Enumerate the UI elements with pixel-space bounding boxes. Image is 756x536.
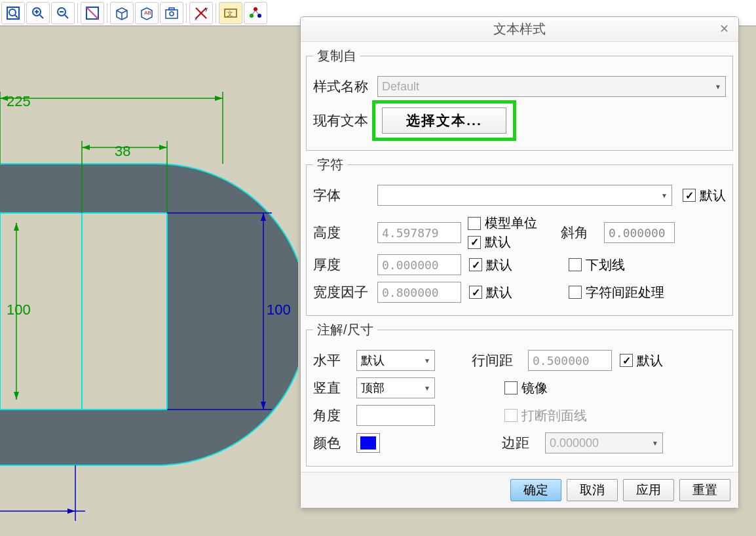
svg-rect-12 — [166, 10, 178, 18]
horizontal-label: 水平 — [313, 351, 352, 370]
svg-marker-39 — [159, 145, 167, 150]
svg-point-13 — [170, 12, 174, 16]
zoom-window-icon[interactable] — [81, 2, 104, 24]
camera-capture-icon[interactable] — [160, 2, 183, 24]
zoom-in-icon[interactable] — [26, 2, 50, 24]
angle-input[interactable] — [356, 405, 435, 426]
annotation-legend: 注解/尺寸 — [313, 321, 377, 339]
line-spacing-default-checkbox[interactable]: 默认 — [620, 352, 663, 370]
char-spacing-checkbox[interactable]: 字符间距处理 — [569, 284, 664, 301]
dialog-title-bar[interactable]: 文本样式 ✕ — [301, 17, 738, 42]
cad-canvas[interactable]: 225 38 100 100 — [0, 26, 298, 536]
width-factor-label: 宽度因子 — [313, 283, 373, 301]
svg-rect-14 — [169, 8, 174, 10]
font-label: 字体 — [313, 186, 373, 204]
zoom-out-icon[interactable] — [51, 2, 75, 24]
svg-point-22 — [250, 14, 254, 18]
svg-line-4 — [40, 15, 43, 18]
svg-text:x: x — [195, 16, 197, 21]
underline-checkbox[interactable]: 下划线 — [569, 256, 625, 274]
color-picker[interactable] — [356, 433, 380, 453]
dim-100-right: 100 — [267, 301, 291, 318]
height-default-checkbox[interactable]: 默认 — [468, 233, 537, 251]
text-style-dialog: 文本样式 ✕ 复制自 样式名称 Default 现有文本 选择文本... 字符 … — [300, 16, 739, 508]
character-legend: 字符 — [313, 156, 347, 174]
svg-rect-27 — [82, 213, 167, 410]
svg-marker-50 — [67, 508, 75, 514]
margin-select[interactable]: 0.000000 — [545, 432, 663, 453]
dialog-button-bar: 确定 取消 应用 重置 — [301, 472, 738, 508]
apply-button[interactable]: 应用 — [623, 479, 674, 501]
ok-button[interactable]: 确定 — [510, 479, 561, 501]
dim-38: 38 — [115, 143, 130, 159]
select-text-button[interactable]: 选择文本... — [382, 107, 506, 134]
svg-text:y: y — [205, 6, 208, 12]
mirror-checkbox[interactable]: 镜像 — [504, 379, 548, 397]
thickness-label: 厚度 — [313, 256, 373, 274]
width-default-checkbox[interactable]: 默认 — [469, 284, 512, 301]
height-input[interactable] — [377, 222, 461, 243]
slant-label: 斜角 — [561, 223, 600, 242]
svg-point-1 — [9, 9, 16, 16]
close-icon[interactable]: ✕ — [716, 21, 732, 37]
line-spacing-label: 行间距 — [472, 351, 524, 370]
rgb-axis-icon[interactable] — [244, 2, 267, 24]
angle-label: 角度 — [313, 406, 352, 425]
font-default-checkbox[interactable]: 默认 — [683, 187, 726, 204]
existing-text-label: 现有文本 — [313, 111, 368, 130]
annotation-group: 注解/尺寸 水平 默认 行间距 默认 竖直 顶部 镜像 角度 打断剖面线 颜色 … — [306, 321, 733, 467]
svg-text:文: 文 — [227, 10, 233, 17]
svg-marker-34 — [215, 96, 223, 101]
box-3d-icon[interactable] — [110, 2, 134, 24]
svg-line-2 — [15, 15, 18, 18]
line-spacing-input[interactable] — [528, 350, 612, 371]
svg-line-25 — [255, 10, 259, 14]
text-ab-icon[interactable]: AB — [135, 2, 159, 24]
cancel-button[interactable]: 取消 — [567, 479, 618, 501]
model-unit-checkbox[interactable]: 模型单位 — [468, 214, 537, 232]
dim-100-left: 100 — [7, 301, 31, 318]
copy-from-group: 复制自 样式名称 Default 现有文本 选择文本... — [306, 47, 733, 151]
font-select[interactable] — [377, 185, 672, 206]
svg-text:AB: AB — [144, 10, 151, 16]
break-section-checkbox: 打断剖面线 — [504, 407, 587, 425]
svg-line-24 — [252, 10, 255, 14]
character-group: 字符 字体 默认 高度 模型单位 默认 斜角 厚度 默认 下划线 宽度因子 默认 — [306, 156, 733, 316]
slant-input[interactable] — [604, 222, 675, 243]
vertical-label: 竖直 — [313, 379, 352, 397]
thickness-default-checkbox[interactable]: 默认 — [469, 256, 512, 274]
dim-225: 225 — [7, 93, 31, 109]
style-name-label: 样式名称 — [313, 77, 373, 96]
svg-line-8 — [65, 15, 68, 18]
horizontal-select[interactable]: 默认 — [356, 350, 435, 371]
height-label: 高度 — [313, 223, 373, 242]
copy-from-legend: 复制自 — [313, 47, 360, 65]
svg-point-23 — [257, 14, 261, 18]
dialog-title: 文本样式 — [493, 20, 546, 38]
margin-label: 边距 — [502, 434, 541, 452]
select-text-highlight: 选择文本... — [372, 100, 516, 141]
color-label: 颜色 — [313, 434, 352, 452]
reset-button[interactable]: 重置 — [679, 479, 730, 501]
vertical-select[interactable]: 顶部 — [356, 377, 435, 398]
svg-marker-38 — [82, 145, 90, 150]
thickness-input[interactable] — [377, 254, 461, 275]
style-name-select[interactable]: Default — [377, 76, 726, 97]
axis-toggle-icon[interactable]: xy — [189, 2, 213, 24]
text-format-icon[interactable]: 文 — [219, 2, 242, 24]
width-factor-input[interactable] — [377, 282, 461, 303]
zoom-fit-icon[interactable] — [1, 2, 25, 24]
